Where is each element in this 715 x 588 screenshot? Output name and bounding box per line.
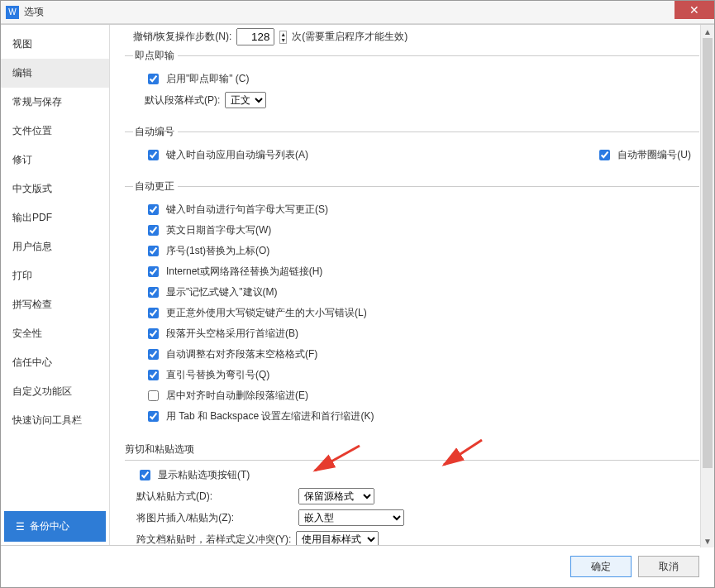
click-type-group: 即点即输 启用"即点即输" (C) 默认段落样式(P): 正文	[125, 49, 699, 120]
auto-number-legend: 自动编号	[133, 125, 178, 139]
ac-ordinal-superscript[interactable]: 序号(1st)替换为上标(O)	[145, 243, 269, 259]
click-type-legend: 即点即输	[133, 49, 178, 63]
scroll-thumb[interactable]	[703, 38, 713, 468]
sidebar-item-user-info[interactable]: 用户信息	[1, 232, 109, 261]
ac-caps-lock-correct[interactable]: 更正意外使用大写锁定键产生的大小写错误(L)	[145, 305, 367, 321]
window-controls: ✕	[674, 1, 714, 19]
undo-stepper[interactable]: ▲▼	[279, 31, 287, 44]
backup-center-button[interactable]: ☰ 备份中心	[4, 511, 106, 542]
auto-correct-group: 自动更正 键入时自动进行句首字母大写更正(S) 英文日期首字母大写(W) 序号(…	[125, 179, 699, 436]
ac-sentence-case[interactable]: 键入时自动进行句首字母大写更正(S)	[145, 202, 328, 218]
ac-center-remove-indent[interactable]: 居中对齐时自动删除段落缩进(E)	[145, 388, 308, 404]
vertical-scrollbar[interactable]: ▲ ▼	[700, 25, 714, 547]
ac-tab-backspace-indent[interactable]: 用 Tab 和 Backspace 设置左缩进和首行缩进(K)	[145, 409, 374, 424]
sidebar-item-revision[interactable]: 修订	[1, 146, 109, 174]
scroll-down-arrow[interactable]: ▼	[701, 534, 714, 547]
sidebar-item-trust-center[interactable]: 信任中心	[1, 348, 109, 377]
auto-number-list-checkbox[interactable]: 键入时自动应用自动编号列表(A)	[145, 147, 442, 163]
backup-icon: ☰	[16, 521, 25, 533]
sidebar-item-output-pdf[interactable]: 输出PDF	[1, 203, 109, 232]
undo-steps-row: 撤销/恢复操作步数(N): ▲▼ 次(需要重启程序才能生效)	[125, 28, 699, 45]
ok-button[interactable]: 确定	[570, 556, 632, 577]
undo-suffix: 次(需要重启程序才能生效)	[292, 30, 408, 44]
window-title: 选项	[24, 5, 44, 19]
cancel-button[interactable]: 取消	[638, 556, 699, 577]
options-window: W 选项 ✕ 视图 编辑 常规与保存 文件位置 修订 中文版式 输出PDF 用户…	[0, 0, 715, 588]
ac-paragraph-indent[interactable]: 段落开头空格采用行首缩进(B)	[145, 326, 298, 342]
image-paste-select[interactable]: 嵌入型	[298, 509, 404, 526]
default-paragraph-style-select[interactable]: 正文	[225, 92, 266, 108]
sidebar: 视图 编辑 常规与保存 文件位置 修订 中文版式 输出PDF 用户信息 打印 拼…	[1, 25, 110, 545]
auto-circled-number-checkbox[interactable]: 自动带圈编号(U)	[596, 147, 691, 163]
crossdoc-paste-label: 跨文档粘贴时，若样式定义冲突(Y):	[136, 533, 291, 546]
show-paste-options-checkbox[interactable]: 显示粘贴选项按钮(T)	[136, 467, 250, 483]
sidebar-item-chinese-layout[interactable]: 中文版式	[1, 174, 109, 203]
default-paragraph-style-label: 默认段落样式(P):	[145, 93, 220, 108]
sidebar-item-security[interactable]: 安全性	[1, 319, 109, 348]
content-panel: 撤销/恢复操作步数(N): ▲▼ 次(需要重启程序才能生效) 即点即输 启用"即…	[110, 25, 714, 545]
crossdoc-paste-select[interactable]: 使用目标样式	[296, 531, 379, 545]
scroll-up-arrow[interactable]: ▲	[701, 25, 714, 38]
body-area: 视图 编辑 常规与保存 文件位置 修订 中文版式 输出PDF 用户信息 打印 拼…	[1, 24, 714, 545]
auto-correct-legend: 自动更正	[133, 179, 178, 194]
sidebar-item-customize-ribbon[interactable]: 自定义功能区	[1, 377, 109, 406]
close-button[interactable]: ✕	[674, 1, 714, 19]
auto-number-group: 自动编号 键入时自动应用自动编号列表(A) 自动带圈编号(U)	[125, 125, 699, 174]
ac-right-align-trailing[interactable]: 自动调整右对齐段落末空格格式(F)	[145, 347, 317, 362]
enable-click-type-checkbox[interactable]: 启用"即点即输" (C)	[145, 71, 250, 87]
ac-english-date[interactable]: 英文日期首字母大写(W)	[145, 222, 271, 238]
titlebar: W 选项 ✕	[1, 1, 714, 24]
image-paste-label: 将图片插入/粘贴为(Z):	[136, 511, 293, 525]
sidebar-item-print[interactable]: 打印	[1, 261, 109, 290]
footer: 确定 取消	[1, 545, 714, 587]
app-icon: W	[6, 6, 19, 19]
undo-steps-input[interactable]	[236, 28, 274, 45]
default-paste-label: 默认粘贴方式(D):	[136, 490, 293, 504]
sidebar-item-file-location[interactable]: 文件位置	[1, 117, 109, 146]
clipboard-section-title: 剪切和粘贴选项	[125, 442, 699, 457]
sidebar-item-view[interactable]: 视图	[1, 30, 109, 59]
ac-internet-hyperlink[interactable]: Internet或网络路径替换为超链接(H)	[145, 264, 322, 280]
sidebar-item-general-save[interactable]: 常规与保存	[1, 88, 109, 117]
undo-label: 撤销/恢复操作步数(N):	[133, 30, 231, 44]
sidebar-item-quick-access[interactable]: 快速访问工具栏	[1, 406, 109, 435]
sidebar-item-edit[interactable]: 编辑	[1, 59, 109, 88]
default-paste-select[interactable]: 保留源格式	[298, 488, 374, 504]
ac-autocomplete[interactable]: 显示"记忆式键入"建议(M)	[145, 284, 278, 300]
ac-smart-quotes[interactable]: 直引号替换为弯引号(Q)	[145, 367, 269, 383]
sidebar-item-spellcheck[interactable]: 拼写检查	[1, 290, 109, 319]
